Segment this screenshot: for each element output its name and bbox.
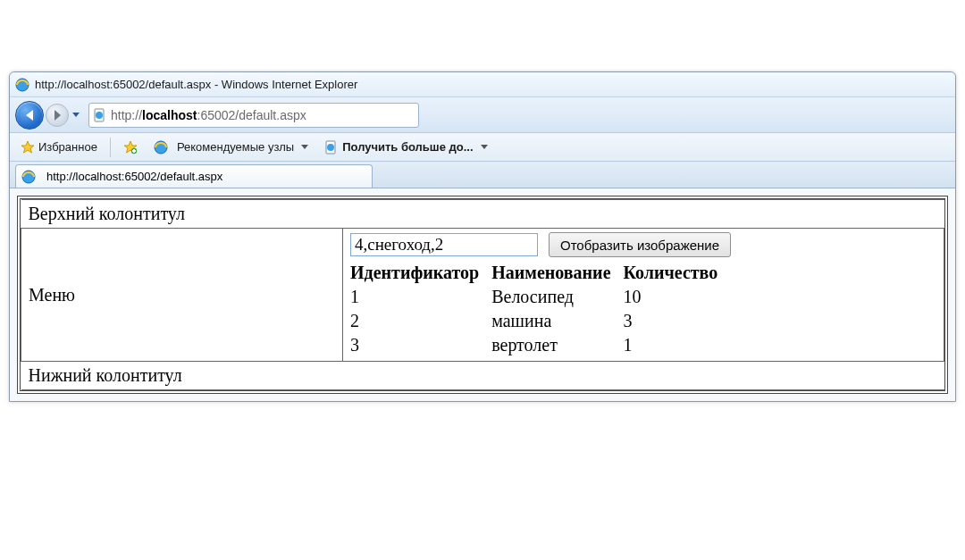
col-qty: Количество bbox=[624, 261, 731, 285]
cell-qty: 10 bbox=[624, 285, 731, 309]
item-input[interactable] bbox=[350, 233, 538, 256]
col-id: Идентификатор bbox=[350, 261, 491, 285]
ie-icon bbox=[15, 78, 29, 92]
browser-window: http://localhost:65002/default.aspx - Wi… bbox=[9, 71, 956, 402]
cell-name: Велосипед bbox=[491, 285, 623, 309]
svg-point-10 bbox=[327, 144, 334, 151]
address-input[interactable]: http://localhost:65002/default.aspx bbox=[111, 108, 415, 122]
chevron-down-icon bbox=[301, 145, 308, 149]
url-suffix: :65002/default.aspx bbox=[197, 108, 306, 122]
url-host: localhost bbox=[142, 108, 197, 122]
page-footer: Нижний колонтитул bbox=[21, 362, 944, 390]
page-content: Верхний колонтитул Меню Отобразить изобр… bbox=[17, 196, 948, 394]
ie-icon bbox=[154, 140, 168, 155]
url-prefix: http:// bbox=[111, 108, 142, 122]
star-icon bbox=[21, 140, 35, 155]
favorites-button[interactable]: Избранное bbox=[17, 138, 101, 156]
page-favicon-icon bbox=[93, 108, 107, 122]
favorites-bar: Избранное Рекомендуемые узлы Пол bbox=[10, 133, 955, 162]
layout-table: Верхний колонтитул Меню Отобразить изобр… bbox=[21, 199, 944, 390]
table-row: 2 машина 3 bbox=[350, 309, 730, 333]
table-row: 1 Велосипед 10 bbox=[350, 285, 730, 309]
chevron-down-icon bbox=[481, 145, 488, 149]
cell-qty: 3 bbox=[624, 309, 731, 333]
menu-cell: Меню bbox=[21, 229, 343, 362]
recent-pages-dropdown[interactable] bbox=[72, 113, 80, 117]
tab-title: http://localhost:65002/default.aspx bbox=[46, 170, 222, 183]
col-name: Наименование bbox=[491, 261, 623, 285]
suggested-sites-link[interactable]: Рекомендуемые узлы bbox=[150, 138, 312, 156]
tab-bar: http://localhost:65002/default.aspx bbox=[10, 162, 955, 188]
forward-button[interactable] bbox=[46, 104, 69, 127]
address-bar[interactable]: http://localhost:65002/default.aspx bbox=[88, 103, 419, 128]
suggested-sites-label: Рекомендуемые узлы bbox=[177, 140, 294, 154]
data-grid: Идентификатор Наименование Количество 1 … bbox=[350, 261, 730, 357]
page-header: Верхний колонтитул bbox=[21, 200, 944, 229]
svg-rect-7 bbox=[132, 150, 136, 152]
ie-icon bbox=[21, 170, 36, 184]
cell-name: вертолет bbox=[491, 333, 623, 357]
page-icon bbox=[324, 140, 339, 155]
back-button[interactable] bbox=[15, 101, 44, 130]
navigation-bar: http://localhost:65002/default.aspx bbox=[10, 97, 955, 133]
cell-name: машина bbox=[491, 309, 623, 333]
table-row: 3 вертолет 1 bbox=[350, 333, 730, 357]
get-more-label: Получить больше до... bbox=[342, 140, 473, 154]
grid-header-row: Идентификатор Наименование Количество bbox=[350, 261, 730, 285]
content-cell: Отобразить изображение Идентификатор Наи… bbox=[343, 229, 944, 362]
cell-id: 1 bbox=[350, 285, 491, 309]
show-image-button[interactable]: Отобразить изображение bbox=[549, 232, 731, 257]
star-add-icon bbox=[123, 140, 138, 155]
window-title: http://localhost:65002/default.aspx - Wi… bbox=[35, 78, 357, 91]
add-favorite-button[interactable] bbox=[120, 138, 141, 156]
separator bbox=[110, 138, 111, 157]
get-more-link[interactable]: Получить больше до... bbox=[321, 138, 491, 156]
input-row: Отобразить изображение bbox=[350, 232, 936, 257]
favorites-label: Избранное bbox=[38, 140, 97, 154]
cell-id: 3 bbox=[350, 333, 491, 357]
arrow-right-icon bbox=[55, 110, 61, 121]
title-bar: http://localhost:65002/default.aspx - Wi… bbox=[10, 72, 955, 97]
tab-active[interactable]: http://localhost:65002/default.aspx bbox=[15, 164, 373, 188]
svg-point-2 bbox=[96, 112, 103, 119]
arrow-left-icon bbox=[26, 110, 33, 121]
cell-id: 2 bbox=[350, 309, 491, 333]
cell-qty: 1 bbox=[624, 333, 731, 357]
svg-marker-3 bbox=[21, 141, 34, 153]
